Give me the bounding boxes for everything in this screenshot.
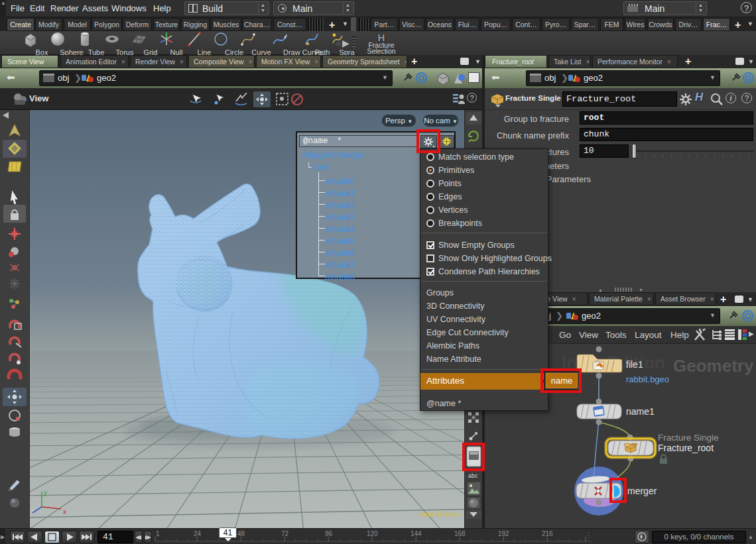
- svg-text:Geometry: Geometry: [673, 356, 754, 376]
- svg-text:Fracture Single: Fracture Single: [658, 433, 719, 443]
- svg-text:y: y: [44, 489, 47, 496]
- svg-text:abc: abc: [468, 472, 478, 479]
- svg-text:x: x: [63, 508, 66, 516]
- svg-text:name1: name1: [626, 406, 655, 417]
- svg-text:Indie Edition: Indie Edition: [419, 510, 461, 518]
- svg-text:Fracture_root: Fracture_root: [658, 443, 714, 453]
- svg-text:merger: merger: [627, 486, 657, 496]
- svg-text:rabbit.bgeo: rabbit.bgeo: [626, 374, 669, 384]
